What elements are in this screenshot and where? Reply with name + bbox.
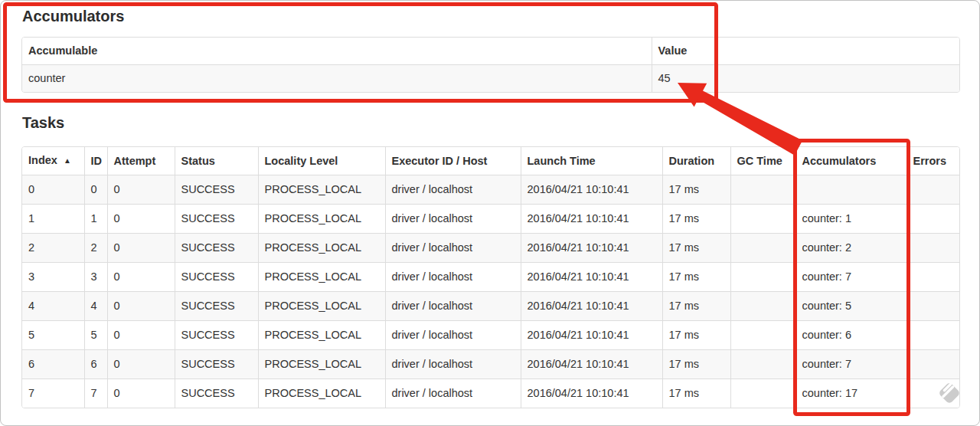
- task-cell: 4: [84, 292, 107, 321]
- task-row: 110SUCCESSPROCESS_LOCALdriver / localhos…: [22, 205, 960, 234]
- task-cell: [906, 379, 960, 408]
- task-cell: 17 ms: [662, 263, 730, 292]
- task-cell: 2: [22, 234, 84, 263]
- task-cell: 2016/04/21 10:10:41: [521, 263, 662, 292]
- task-cell: 17 ms: [662, 292, 730, 321]
- column-header-launch-time[interactable]: Launch Time: [521, 147, 662, 175]
- tasks-header-row: Index▲ ID Attempt Status Locality Level …: [22, 147, 960, 175]
- column-header-index[interactable]: Index▲: [22, 147, 84, 175]
- task-cell: 6: [84, 350, 107, 379]
- task-cell: SUCCESS: [175, 350, 258, 379]
- column-header-accumulable[interactable]: Accumulable: [22, 38, 652, 65]
- task-cell: PROCESS_LOCAL: [258, 205, 385, 234]
- column-header-gc-time[interactable]: GC Time: [730, 147, 795, 175]
- task-cell: 3: [22, 263, 84, 292]
- column-header-executor-id-host[interactable]: Executor ID / Host: [385, 147, 521, 175]
- task-cell: SUCCESS: [175, 205, 258, 234]
- accumulator-row: counter 45: [22, 65, 960, 93]
- column-header-accumulators[interactable]: Accumulators: [795, 147, 906, 175]
- task-cell: driver / localhost: [385, 175, 521, 205]
- annotation-arrow: [678, 83, 802, 156]
- task-cell: counter: 5: [795, 292, 906, 321]
- column-header-attempt[interactable]: Attempt: [107, 147, 175, 175]
- task-cell: 17 ms: [662, 350, 730, 379]
- task-cell: counter: 2: [795, 234, 906, 263]
- column-header-duration[interactable]: Duration: [662, 147, 730, 175]
- task-cell: 2016/04/21 10:10:41: [521, 379, 662, 408]
- task-cell: 5: [84, 321, 107, 350]
- task-cell: 0: [107, 379, 175, 408]
- task-cell: 17 ms: [662, 234, 730, 263]
- task-cell: [906, 350, 960, 379]
- task-cell: [730, 205, 795, 234]
- task-cell: 2016/04/21 10:10:41: [521, 234, 662, 263]
- task-cell: SUCCESS: [175, 175, 258, 205]
- task-cell: 3: [84, 263, 107, 292]
- task-cell: SUCCESS: [175, 263, 258, 292]
- task-cell: PROCESS_LOCAL: [258, 234, 385, 263]
- task-cell: [730, 263, 795, 292]
- task-cell: counter: 7: [795, 263, 906, 292]
- task-cell: 1: [22, 205, 84, 234]
- task-cell: [906, 234, 960, 263]
- task-cell: counter: 6: [795, 321, 906, 350]
- task-cell: [730, 321, 795, 350]
- column-header-value[interactable]: Value: [652, 38, 960, 65]
- task-cell: 2016/04/21 10:10:41: [521, 350, 662, 379]
- task-cell: SUCCESS: [175, 234, 258, 263]
- task-row: 000SUCCESSPROCESS_LOCALdriver / localhos…: [22, 175, 960, 205]
- task-cell: [906, 292, 960, 321]
- task-cell: PROCESS_LOCAL: [258, 321, 385, 350]
- task-cell: [730, 379, 795, 408]
- task-cell: 2016/04/21 10:10:41: [521, 175, 662, 205]
- column-header-id[interactable]: ID: [84, 147, 107, 175]
- task-cell: 0: [107, 350, 175, 379]
- task-cell: SUCCESS: [175, 321, 258, 350]
- task-cell: PROCESS_LOCAL: [258, 379, 385, 408]
- accumulators-table: Accumulable Value counter 45: [21, 37, 960, 93]
- task-cell: 17 ms: [662, 205, 730, 234]
- task-cell: counter: 1: [795, 205, 906, 234]
- task-cell: [906, 321, 960, 350]
- task-cell: 17 ms: [662, 175, 730, 205]
- task-cell: PROCESS_LOCAL: [258, 292, 385, 321]
- tasks-table: Index▲ ID Attempt Status Locality Level …: [21, 146, 960, 408]
- tasks-section-title: Tasks: [22, 114, 64, 131]
- task-cell: 0: [107, 263, 175, 292]
- task-cell: 7: [84, 379, 107, 408]
- task-cell: PROCESS_LOCAL: [258, 263, 385, 292]
- task-cell: 0: [107, 205, 175, 234]
- column-header-errors[interactable]: Errors: [906, 147, 960, 175]
- task-cell: 2016/04/21 10:10:41: [521, 321, 662, 350]
- task-cell: 5: [22, 321, 84, 350]
- column-header-locality-level[interactable]: Locality Level: [258, 147, 385, 175]
- task-cell: driver / localhost: [385, 234, 521, 263]
- task-cell: PROCESS_LOCAL: [258, 350, 385, 379]
- task-cell: 4: [22, 292, 84, 321]
- task-row: 440SUCCESSPROCESS_LOCALdriver / localhos…: [22, 292, 960, 321]
- task-cell: counter: 7: [795, 350, 906, 379]
- column-header-status[interactable]: Status: [175, 147, 258, 175]
- task-row: 550SUCCESSPROCESS_LOCALdriver / localhos…: [22, 321, 960, 350]
- task-row: 220SUCCESSPROCESS_LOCALdriver / localhos…: [22, 234, 960, 263]
- task-cell: driver / localhost: [385, 350, 521, 379]
- task-cell: PROCESS_LOCAL: [258, 175, 385, 205]
- task-cell: 7: [22, 379, 84, 408]
- task-cell: counter: 17: [795, 379, 906, 408]
- task-cell: [730, 234, 795, 263]
- task-cell: 2016/04/21 10:10:41: [521, 292, 662, 321]
- task-cell: driver / localhost: [385, 263, 521, 292]
- task-cell: 17 ms: [662, 321, 730, 350]
- task-cell: driver / localhost: [385, 379, 521, 408]
- task-cell: 0: [107, 175, 175, 205]
- task-cell: driver / localhost: [385, 292, 521, 321]
- accumulable-name-cell: counter: [22, 65, 652, 93]
- task-cell: SUCCESS: [175, 292, 258, 321]
- sort-ascending-icon: ▲: [64, 156, 71, 165]
- task-cell: 0: [107, 321, 175, 350]
- task-row: 330SUCCESSPROCESS_LOCALdriver / localhos…: [22, 263, 960, 292]
- task-row: 660SUCCESSPROCESS_LOCALdriver / localhos…: [22, 350, 960, 379]
- task-cell: [730, 175, 795, 205]
- task-cell: 6: [22, 350, 84, 379]
- task-cell: 17 ms: [662, 379, 730, 408]
